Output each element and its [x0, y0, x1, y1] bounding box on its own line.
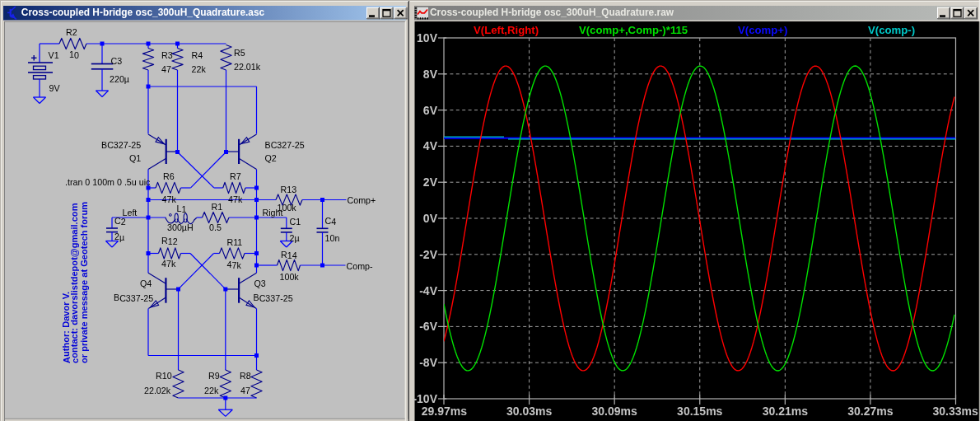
svg-text:47k: 47k: [226, 260, 241, 270]
svg-text:22k: 22k: [204, 386, 219, 395]
svg-text:10V: 10V: [417, 31, 438, 44]
svg-text:Comp-: Comp-: [346, 261, 373, 271]
svg-text:.tran 0 100m 0 .5u uic: .tran 0 100m 0 .5u uic: [65, 177, 151, 187]
svg-text:V1: V1: [48, 50, 58, 60]
svg-text:30.15ms: 30.15ms: [677, 405, 722, 418]
svg-text:2µ: 2µ: [114, 232, 124, 242]
svg-text:R3: R3: [161, 50, 173, 60]
svg-text:L1: L1: [176, 204, 186, 214]
svg-text:10n: 10n: [324, 233, 339, 243]
svg-text:BC337-25: BC337-25: [253, 293, 292, 303]
svg-text:4V: 4V: [423, 139, 438, 152]
svg-text:R2: R2: [66, 27, 77, 37]
svg-text:C2: C2: [114, 217, 126, 227]
svg-text:BC327-25: BC327-25: [264, 140, 304, 150]
svg-text:Q3: Q3: [254, 278, 265, 288]
svg-text:BC327-25: BC327-25: [101, 140, 141, 150]
svg-text:Q1: Q1: [129, 153, 141, 163]
svg-text:Comp+: Comp+: [347, 195, 376, 205]
svg-text:BC337-25: BC337-25: [114, 293, 153, 303]
svg-text:47: 47: [161, 64, 171, 74]
svg-text:R5: R5: [234, 48, 245, 58]
svg-text:2µ: 2µ: [289, 233, 299, 243]
svg-text:or private message at Geotech: or private message at Geotech forum: [79, 202, 89, 363]
svg-text:-8V: -8V: [419, 356, 437, 369]
svg-text:47k: 47k: [228, 194, 243, 204]
svg-text:C4: C4: [324, 217, 336, 227]
svg-text:-2V: -2V: [419, 248, 437, 261]
svg-text:Cross-coupled H-bridge osc_300: Cross-coupled H-bridge osc_300uH_Quadrat…: [430, 7, 674, 18]
svg-text:contact: davorslistdepot@gmail: contact: davorslistdepot@gmail.com: [69, 203, 79, 363]
svg-text:R12: R12: [161, 236, 178, 246]
svg-text:R14: R14: [281, 250, 297, 260]
svg-text:220µ: 220µ: [110, 74, 129, 84]
svg-text:R1: R1: [211, 202, 222, 212]
svg-text:29.97ms: 29.97ms: [422, 405, 467, 418]
svg-text:Right: Right: [262, 208, 282, 218]
svg-text:30.21ms: 30.21ms: [763, 405, 808, 418]
svg-text:47k: 47k: [161, 194, 176, 204]
svg-text:8V: 8V: [423, 68, 438, 81]
svg-text:47k: 47k: [161, 259, 176, 269]
svg-text:100k: 100k: [279, 272, 299, 282]
svg-text:10: 10: [69, 50, 79, 60]
svg-text:6V: 6V: [423, 104, 438, 117]
svg-text:-4V: -4V: [419, 284, 437, 297]
svg-text:0.5: 0.5: [209, 222, 222, 232]
svg-text:R13: R13: [280, 185, 296, 194]
svg-text:30.33ms: 30.33ms: [933, 405, 978, 418]
svg-text:Q2: Q2: [264, 153, 276, 163]
svg-text:V(comp+): V(comp+): [738, 24, 787, 36]
svg-text:Cross-coupled H-bridge osc_300: Cross-coupled H-bridge osc_300uH_Quadrat…: [21, 7, 265, 18]
svg-text:22.01k: 22.01k: [234, 62, 261, 72]
svg-text:V(Left,Right): V(Left,Right): [474, 24, 539, 36]
svg-text:R11: R11: [226, 237, 242, 247]
svg-text:30.27ms: 30.27ms: [847, 405, 893, 418]
svg-text:47: 47: [240, 386, 250, 395]
svg-text:R6: R6: [163, 171, 175, 181]
svg-text:22k: 22k: [191, 64, 206, 74]
svg-text:V(comp-): V(comp-): [868, 24, 915, 36]
svg-text:R10: R10: [156, 371, 172, 381]
svg-text:30.03ms: 30.03ms: [506, 405, 552, 418]
svg-text:R9: R9: [208, 371, 220, 381]
svg-text:C3: C3: [110, 56, 122, 66]
svg-text:Q4: Q4: [140, 278, 152, 288]
svg-text:C1: C1: [289, 217, 301, 227]
svg-text:2V: 2V: [423, 175, 438, 189]
svg-text:300µH: 300µH: [167, 222, 194, 232]
svg-text:30.09ms: 30.09ms: [592, 405, 637, 418]
svg-text:0V: 0V: [423, 212, 438, 225]
svg-text:9V: 9V: [49, 83, 60, 93]
svg-text:R4: R4: [191, 50, 203, 60]
svg-text:V(comp+,Comp-)*115: V(comp+,Comp-)*115: [579, 24, 688, 36]
svg-text:22.02k: 22.02k: [144, 386, 171, 395]
svg-text:R7: R7: [230, 171, 241, 181]
svg-text:-10V: -10V: [413, 392, 437, 405]
svg-text:-6V: -6V: [419, 320, 437, 333]
svg-text:R8: R8: [240, 371, 251, 381]
